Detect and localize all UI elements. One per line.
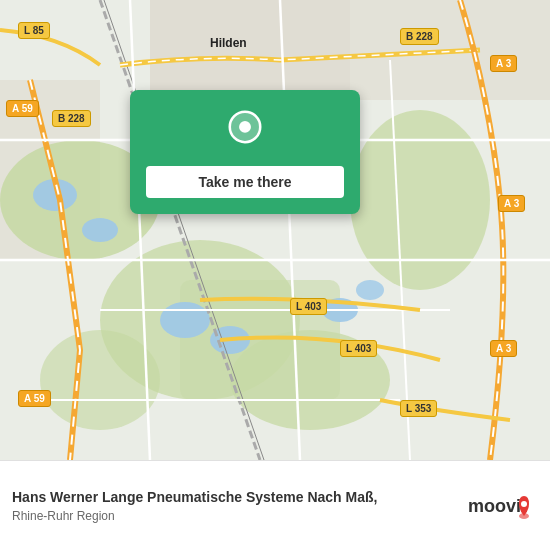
l353-badge: L 353 xyxy=(400,400,437,417)
map-svg xyxy=(0,0,550,460)
place-region: Rhine-Ruhr Region xyxy=(12,509,456,523)
a59-left-badge: A 59 xyxy=(6,100,39,117)
svg-point-6 xyxy=(350,110,490,290)
info-text: Hans Werner Lange Pneumatische Systeme N… xyxy=(12,488,456,522)
l85-badge: L 85 xyxy=(18,22,50,39)
info-bar: Hans Werner Lange Pneumatische Systeme N… xyxy=(0,460,550,550)
a3-right-top-badge: A 3 xyxy=(490,55,517,72)
a3-right-mid-badge: A 3 xyxy=(498,195,525,212)
place-name: Hans Werner Lange Pneumatische Systeme N… xyxy=(12,488,456,506)
moovit-logo: moovit xyxy=(468,486,538,526)
l403-2-badge: L 403 xyxy=(340,340,377,357)
b228-top-badge: B 228 xyxy=(400,28,439,45)
moovit-logo-icon: moovit xyxy=(468,486,538,526)
svg-point-30 xyxy=(521,501,527,507)
svg-point-11 xyxy=(82,218,118,242)
l403-1-badge: L 403 xyxy=(290,298,327,315)
city-label: Hilden xyxy=(210,36,247,50)
svg-point-7 xyxy=(40,330,160,430)
a59-bottom-badge: A 59 xyxy=(18,390,51,407)
b228-mid-badge: B 228 xyxy=(52,110,91,127)
map-container: Hilden L 85 B 228 B 228 A 59 A 59 A 3 A … xyxy=(0,0,550,460)
take-me-there-button[interactable]: Take me there xyxy=(146,166,344,198)
svg-text:moovit: moovit xyxy=(468,496,527,516)
location-pin-icon xyxy=(223,110,267,154)
svg-point-12 xyxy=(160,302,210,338)
location-card: Take me there xyxy=(130,90,360,214)
svg-point-15 xyxy=(356,280,384,300)
a3-right-bot-badge: A 3 xyxy=(490,340,517,357)
